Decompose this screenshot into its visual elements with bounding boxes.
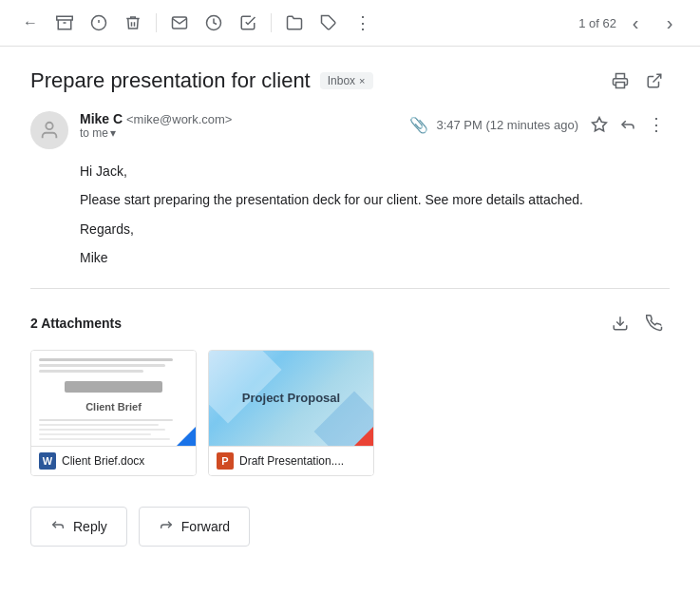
star-button[interactable] xyxy=(586,111,613,138)
sender-name-row: Mike C <mike@work.com> xyxy=(80,111,398,126)
email-body: Hi Jack, Please start preparing the pres… xyxy=(80,161,670,269)
sender-info: Mike C <mike@work.com> to me ▾ xyxy=(80,111,398,140)
prev-email-button[interactable]: ‹ xyxy=(620,8,651,38)
report-button[interactable] xyxy=(84,8,114,38)
body-line1: Please start preparing the presentation … xyxy=(80,189,670,210)
attachments-section: 2 Attachments xyxy=(30,308,670,476)
attachment-footer-2: P Draft Presentation.... xyxy=(209,446,373,475)
attachment-item-1[interactable]: Client Brief W Client Brief.docx xyxy=(30,350,197,476)
divider xyxy=(30,288,670,289)
greeting: Hi Jack, xyxy=(80,161,670,182)
line-2 xyxy=(39,364,165,367)
attachment-name-2: Draft Presentation.... xyxy=(239,454,344,468)
sender-email: <mike@work.com> xyxy=(126,112,232,126)
subject-actions xyxy=(605,66,670,96)
sign-name: Mike xyxy=(80,247,670,268)
line-3 xyxy=(39,370,143,373)
svg-line-8 xyxy=(653,74,661,82)
line-4 xyxy=(39,419,173,421)
avatar xyxy=(30,111,68,149)
attachments-list: Client Brief W Client Brief.docx xyxy=(30,350,670,476)
attachment-indicator-icon: 📎 xyxy=(409,116,428,134)
ppt-type-icon: P xyxy=(217,452,234,470)
attachment-preview-2: Project Proposal xyxy=(209,351,373,446)
word-corner-decoration xyxy=(177,427,196,446)
more-email-options-button[interactable]: ⋮ xyxy=(643,111,670,138)
svg-point-9 xyxy=(46,123,52,129)
line-1 xyxy=(39,358,173,361)
inbox-badge-close[interactable]: × xyxy=(359,75,365,86)
forward-button-label: Forward xyxy=(181,519,230,534)
attachments-title: 2 Attachments xyxy=(30,316,122,331)
print-button[interactable] xyxy=(605,66,635,96)
sender-name: Mike C xyxy=(80,111,123,126)
to-me[interactable]: to me ▾ xyxy=(80,126,398,140)
line-8 xyxy=(39,438,170,440)
add-to-drive-button[interactable] xyxy=(639,308,670,338)
task-button[interactable] xyxy=(233,8,263,38)
reply-button-icon xyxy=(50,517,66,536)
delete-button[interactable] xyxy=(118,8,148,38)
back-button[interactable]: ← xyxy=(15,8,46,38)
pagination-text: 1 of 62 xyxy=(578,16,616,30)
attachment-preview-1: Client Brief xyxy=(31,351,196,446)
toolbar-divider-1 xyxy=(156,13,157,32)
reply-quick-button[interactable] xyxy=(615,111,641,138)
reply-button-label: Reply xyxy=(73,519,107,534)
attachments-header: 2 Attachments xyxy=(30,308,670,338)
ppt-preview: Project Proposal xyxy=(209,351,373,446)
subject-row: Prepare presentation for client Inbox × xyxy=(30,66,670,96)
mail-button[interactable] xyxy=(164,8,195,38)
attachment-header-icons xyxy=(605,308,670,338)
toolbar: ← xyxy=(0,0,700,47)
subject-title: Prepare presentation for client xyxy=(30,68,311,93)
pagination: 1 of 62 xyxy=(578,16,616,30)
preview-doc-title: Client Brief xyxy=(39,401,188,413)
ppt-preview-title: Project Proposal xyxy=(242,391,340,405)
meta-icons: ⋮ xyxy=(586,111,670,138)
ppt-shape-1 xyxy=(209,351,282,424)
svg-rect-7 xyxy=(616,83,625,88)
svg-rect-0 xyxy=(57,16,73,20)
timestamp: 3:47 PM (12 minutes ago) xyxy=(436,118,578,132)
archive-button[interactable] xyxy=(49,8,80,38)
word-type-icon: W xyxy=(39,452,56,470)
ppt-corner-decoration xyxy=(354,427,373,446)
line-7 xyxy=(39,433,151,435)
inbox-badge: Inbox × xyxy=(320,72,373,89)
forward-button[interactable]: Forward xyxy=(139,507,250,547)
attachment-name-1: Client Brief.docx xyxy=(62,454,144,468)
email-meta: 📎 3:47 PM (12 minutes ago) ⋮ xyxy=(409,111,670,138)
next-email-button[interactable]: › xyxy=(654,8,685,38)
snooze-button[interactable] xyxy=(199,8,229,38)
line-title xyxy=(65,381,161,393)
more-actions-button[interactable]: ⋮ xyxy=(348,8,378,38)
open-new-window-button[interactable] xyxy=(639,66,670,96)
preview-lines: Client Brief xyxy=(39,358,188,440)
svg-marker-10 xyxy=(593,118,607,131)
label-button[interactable] xyxy=(313,8,344,38)
toolbar-divider-2 xyxy=(271,13,272,32)
action-buttons: Reply Forward xyxy=(30,507,670,547)
reply-button[interactable]: Reply xyxy=(30,507,127,547)
line-5 xyxy=(39,424,159,426)
attachment-footer-1: W Client Brief.docx xyxy=(31,446,196,475)
forward-button-icon xyxy=(159,517,174,536)
attachment-item-2[interactable]: Project Proposal P Draft Presentation...… xyxy=(208,350,374,476)
inbox-badge-label: Inbox xyxy=(328,74,355,87)
email-container: Prepare presentation for client Inbox × xyxy=(0,47,700,566)
regards: Regards, xyxy=(80,219,670,240)
download-all-button[interactable] xyxy=(605,308,635,338)
word-preview: Client Brief xyxy=(31,351,196,446)
move-button[interactable] xyxy=(279,8,310,38)
line-6 xyxy=(39,429,165,431)
email-header: Mike C <mike@work.com> to me ▾ 📎 3:47 PM… xyxy=(30,111,670,149)
